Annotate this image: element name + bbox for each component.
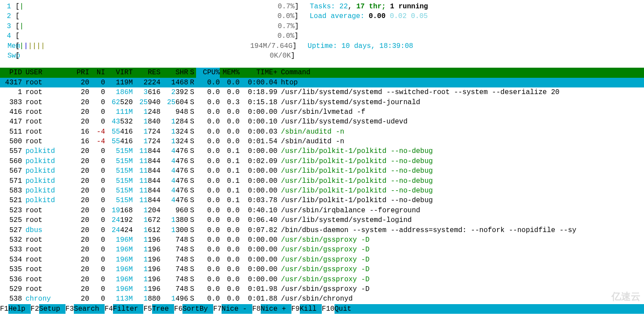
process-row[interactable]: 560 polkitd 20 0 515M 11844 4476 S 0.0 0…	[0, 156, 644, 166]
process-row[interactable]: 583 polkitd 20 0 515M 11844 4476 S 0.0 0…	[0, 186, 644, 196]
col-virt[interactable]: VIRT	[105, 68, 133, 77]
fkey-f8[interactable]: F8	[252, 304, 261, 314]
flabel-filter[interactable]: Filter	[113, 304, 144, 314]
time: 0:40.10	[240, 206, 279, 215]
flabel-tree[interactable]: Tree	[152, 304, 174, 314]
shr: 948	[160, 107, 188, 117]
table-header[interactable]: PID USER PRI NI VIRT RES SHR S CPU% MEM%…	[0, 68, 644, 77]
virt: 515M	[105, 176, 133, 186]
process-row[interactable]: 383 root 20 0 62520 25940 25604 S 0.0 0.…	[0, 98, 644, 107]
flabel-help[interactable]: Help	[8, 304, 30, 314]
process-row[interactable]: 534 root 20 0 196M 1196 748 S 0.0 0.0 0:…	[0, 255, 644, 265]
flabel-nice-+[interactable]: Nice +	[261, 304, 291, 314]
pid: 567	[0, 166, 24, 176]
cpu-pct: 0.0	[196, 265, 220, 274]
flabel-setup[interactable]: Setup	[39, 304, 65, 314]
process-row[interactable]: 417 root 20 0 43532 1840 1284 S 0.0 0.0 …	[0, 117, 644, 127]
process-row[interactable]: 536 root 20 0 196M 1196 748 S 0.0 0.0 0:…	[0, 275, 644, 284]
pri: 16	[65, 137, 89, 146]
fkey-f7[interactable]: F7	[213, 304, 222, 314]
cpu-pct: 0.0	[196, 117, 220, 127]
process-row[interactable]: 557 polkitd 20 0 515M 11844 4476 S 0.0 0…	[0, 146, 644, 156]
process-row[interactable]: 571 polkitd 20 0 515M 11844 4476 S 0.0 0…	[0, 176, 644, 186]
time: 0:00.04	[240, 78, 279, 87]
state: S	[188, 156, 196, 166]
process-row[interactable]: 527 dbus 20 0 24424 1612 1300 S 0.0 0.0 …	[0, 225, 644, 235]
flabel-search[interactable]: Search	[74, 304, 105, 314]
state: S	[188, 245, 196, 254]
col-time[interactable]: TIME+	[240, 68, 279, 77]
state: S	[188, 225, 196, 235]
fkey-f3[interactable]: F3	[65, 304, 74, 314]
shr: 4476	[160, 156, 188, 166]
virt: 515M	[105, 146, 133, 156]
mem-pct: 0.0	[220, 117, 240, 127]
ni: 0	[89, 146, 105, 156]
process-row[interactable]: 535 root 20 0 196M 1196 748 S 0.0 0.0 0:…	[0, 265, 644, 274]
pri: 20	[65, 186, 89, 196]
flabel-nice--[interactable]: Nice -	[222, 304, 252, 314]
ni: 0	[89, 255, 105, 265]
col-shr[interactable]: SHR	[160, 68, 188, 77]
mem-pct: 0.1	[220, 156, 240, 166]
col-user[interactable]: USER	[24, 68, 65, 77]
process-row[interactable]: 521 polkitd 20 0 515M 11844 4476 S 0.0 0…	[0, 196, 644, 205]
command: /usr/sbin/gssproxy -D	[279, 265, 644, 274]
flabel-kill[interactable]: Kill	[300, 304, 322, 314]
ni: 0	[89, 186, 105, 196]
process-row[interactable]: 529 root 20 0 196M 1196 748 S 0.0 0.0 0:…	[0, 284, 644, 294]
pid: 527	[0, 225, 24, 235]
time: 0:00.00	[240, 245, 279, 254]
process-row[interactable]: 511 root 16 -4 55416 1724 1324 S 0.0 0.0…	[0, 127, 644, 137]
virt: 119M	[105, 78, 133, 87]
fkey-f10[interactable]: F10	[322, 304, 335, 314]
shr: 748	[160, 245, 188, 254]
pri: 20	[65, 87, 89, 97]
process-row[interactable]: 525 root 20 0 24192 1672 1380 S 0.0 0.0 …	[0, 215, 644, 225]
cpu-pct: 0.0	[196, 127, 220, 137]
col-mem[interactable]: MEM%	[220, 68, 240, 77]
col-pid[interactable]: PID	[0, 68, 24, 77]
flabel-sortby[interactable]: SortBy	[182, 304, 213, 314]
ni: 0	[89, 87, 105, 97]
virt: 196M	[105, 255, 133, 265]
state: S	[188, 265, 196, 274]
process-row[interactable]: 538 chrony 20 0 113M 1880 1496 S 0.0 0.0…	[0, 294, 644, 304]
process-row[interactable]: 532 root 20 0 196M 1196 748 S 0.0 0.0 0:…	[0, 235, 644, 245]
fkey-f5[interactable]: F5	[143, 304, 152, 314]
col-ni[interactable]: NI	[89, 68, 105, 77]
col-pri[interactable]: PRI	[65, 68, 89, 77]
user: root	[24, 87, 65, 97]
shr: 4476	[160, 146, 188, 156]
process-row[interactable]: 4317 root 20 0 119M 2224 1468 R 0.0 0.0 …	[0, 78, 644, 87]
fkey-f9[interactable]: F9	[291, 304, 300, 314]
mem-pct: 0.0	[220, 275, 240, 284]
pri: 20	[65, 156, 89, 166]
shr: 4476	[160, 176, 188, 186]
pri: 20	[65, 196, 89, 205]
col-command[interactable]: Command	[279, 68, 644, 77]
fkey-f1[interactable]: F1	[0, 304, 8, 314]
fkey-f2[interactable]: F2	[31, 304, 39, 314]
virt: 196M	[105, 284, 133, 294]
shr: 1324	[160, 127, 188, 137]
cpu-pct: 0.0	[196, 245, 220, 254]
col-s[interactable]: S	[188, 68, 196, 77]
process-row[interactable]: 1 root 20 0 186M 3616 2392 S 0.0 0.0 0:1…	[0, 87, 644, 97]
ni: 0	[89, 235, 105, 245]
shr: 748	[160, 235, 188, 245]
process-row[interactable]: 416 root 20 0 111M 1248 948 S 0.0 0.0 0:…	[0, 107, 644, 117]
fkey-f4[interactable]: F4	[105, 304, 113, 314]
fkey-f6[interactable]: F6	[174, 304, 182, 314]
process-row[interactable]: 500 root 16 -4 55416 1724 1324 S 0.0 0.0…	[0, 137, 644, 146]
process-row[interactable]: 567 polkitd 20 0 515M 11844 4476 S 0.0 0…	[0, 166, 644, 176]
res: 1196	[133, 284, 160, 294]
virt: 19168	[105, 206, 133, 215]
col-res[interactable]: RES	[133, 68, 160, 77]
process-list[interactable]: 4317 root 20 0 119M 2224 1468 R 0.0 0.0 …	[0, 78, 644, 304]
res: 1196	[133, 245, 160, 254]
col-cpu[interactable]: CPU%	[196, 68, 220, 77]
process-row[interactable]: 523 root 20 0 19168 1204 960 S 0.0 0.0 0…	[0, 206, 644, 215]
flabel-quit[interactable]: Quit	[335, 304, 357, 314]
process-row[interactable]: 533 root 20 0 196M 1196 748 S 0.0 0.0 0:…	[0, 245, 644, 254]
